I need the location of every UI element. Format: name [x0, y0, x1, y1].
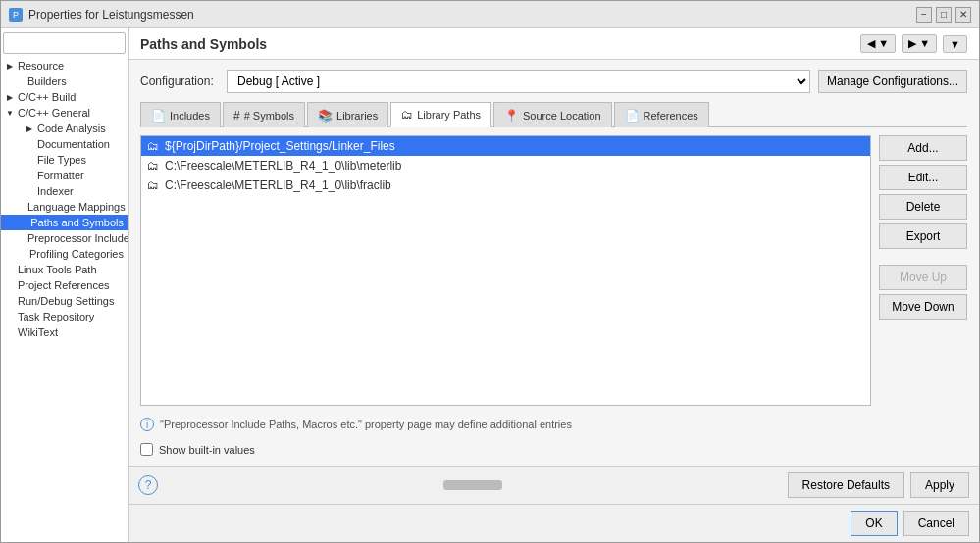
- sidebar-item-label: Profiling Categories: [29, 248, 124, 260]
- sidebar-item-label: Builders: [27, 75, 67, 87]
- includes-icon: 📄: [151, 109, 166, 123]
- panel-title: Paths and Symbols: [140, 36, 267, 52]
- tab-symbols[interactable]: # # Symbols: [223, 102, 305, 127]
- sidebar-item-label: C/C++ General: [18, 107, 90, 119]
- sidebar-item-label: Paths and Symbols: [30, 217, 124, 228]
- move-down-button[interactable]: Move Down: [879, 294, 967, 320]
- info-icon: i: [140, 418, 154, 431]
- tab-libraries[interactable]: 📚 Libraries: [307, 102, 388, 127]
- sidebar-item-paths-symbols[interactable]: Paths and Symbols: [1, 215, 128, 230]
- tab-label: Source Location: [523, 110, 601, 122]
- window-title: Properties for Leistungsmessen: [28, 8, 194, 22]
- tab-references[interactable]: 📄 References: [614, 102, 709, 127]
- title-bar-left: P Properties for Leistungsmessen: [9, 8, 194, 22]
- show-builtin-checkbox[interactable]: [140, 443, 153, 456]
- sidebar-item-indexer[interactable]: Indexer: [1, 183, 128, 199]
- library-paths-icon: 🗂: [401, 108, 413, 122]
- info-text: "Preprocessor Include Paths, Macros etc.…: [160, 419, 572, 430]
- list-item[interactable]: 🗂 ${ProjDirPath}/Project_Settings/Linker…: [141, 136, 870, 156]
- sidebar-item-task-repository[interactable]: Task Repository: [1, 309, 128, 324]
- dialog-actions: OK Cancel: [129, 504, 979, 542]
- sidebar-item-profiling-categories[interactable]: Profiling Categories: [1, 246, 128, 262]
- expand-arrow: ▶: [25, 124, 34, 133]
- sidebar-item-linux-tools-path[interactable]: Linux Tools Path: [1, 262, 128, 277]
- scroll-area: [443, 480, 502, 490]
- move-up-button[interactable]: Move Up: [879, 265, 967, 290]
- main-content: ▶ Resource Builders ▶ C/C++ Build ▼ C/C+…: [1, 28, 979, 542]
- export-button[interactable]: Export: [879, 223, 967, 249]
- tab-library-paths[interactable]: 🗂 Library Paths: [390, 102, 491, 127]
- tab-includes[interactable]: 📄 Includes: [140, 102, 221, 127]
- nav-arrows: ◀ ▼ ▶ ▼ ▼: [860, 34, 967, 53]
- help-button[interactable]: ?: [138, 475, 158, 495]
- sidebar: ▶ Resource Builders ▶ C/C++ Build ▼ C/C+…: [1, 28, 129, 542]
- tab-label: Libraries: [336, 110, 378, 122]
- file-icon: 🗂: [147, 159, 159, 173]
- file-icon: 🗂: [147, 139, 159, 153]
- tab-label: Includes: [170, 110, 210, 122]
- restore-button[interactable]: □: [936, 7, 952, 23]
- nav-menu-button[interactable]: ▼: [943, 35, 967, 53]
- list-item[interactable]: 🗂 C:\Freescale\METERLIB_R4_1_0\lib\meter…: [141, 156, 870, 175]
- checkbox-label: Show built-in values: [159, 444, 255, 456]
- scroll-indicator[interactable]: [443, 480, 502, 490]
- sidebar-item-run-debug-settings[interactable]: Run/Debug Settings: [1, 293, 128, 309]
- ok-button[interactable]: OK: [851, 511, 897, 536]
- sidebar-item-label: Run/Debug Settings: [18, 295, 114, 307]
- add-button[interactable]: Add...: [879, 135, 967, 161]
- symbols-icon: #: [233, 109, 240, 123]
- sidebar-item-label: Code Analysis: [37, 123, 106, 134]
- sidebar-item-label: Formatter: [37, 170, 84, 181]
- sidebar-item-label: File Types: [37, 154, 86, 166]
- nav-fwd-button[interactable]: ▶ ▼: [902, 34, 937, 53]
- sidebar-item-resource[interactable]: ▶ Resource: [1, 58, 128, 74]
- sidebar-item-label: Indexer: [37, 185, 74, 197]
- apply-button[interactable]: Apply: [910, 472, 969, 498]
- sidebar-item-project-references[interactable]: Project References: [1, 277, 128, 293]
- tab-label: # Symbols: [244, 110, 294, 122]
- expand-arrow: ▶: [5, 62, 15, 71]
- panel-body: Configuration: Debug [ Active ] Manage C…: [129, 60, 979, 466]
- title-bar-controls: − □ ✕: [916, 7, 971, 23]
- sidebar-item-label: Project References: [18, 279, 110, 291]
- config-select[interactable]: Debug [ Active ]: [227, 70, 810, 93]
- manage-configurations-button[interactable]: Manage Configurations...: [818, 70, 967, 93]
- restore-defaults-button[interactable]: Restore Defaults: [788, 472, 904, 498]
- list-item[interactable]: 🗂 C:\Freescale\METERLIB_R4_1_0\lib\fracl…: [141, 175, 870, 195]
- main-window: P Properties for Leistungsmessen − □ ✕ ▶…: [0, 0, 980, 543]
- tabs: 📄 Includes # # Symbols 📚 Libraries 🗂 Lib…: [140, 101, 967, 127]
- sidebar-item-label: Resource: [18, 60, 64, 72]
- bottom-bar: ? Restore Defaults Apply: [129, 466, 979, 504]
- tab-source-location[interactable]: 📍 Source Location: [493, 102, 612, 127]
- file-path: ${ProjDirPath}/Project_Settings/Linker_F…: [165, 139, 395, 153]
- title-bar: P Properties for Leistungsmessen − □ ✕: [1, 1, 979, 28]
- expand-arrow: ▶: [5, 93, 15, 102]
- delete-button[interactable]: Delete: [879, 194, 967, 220]
- file-list-container: 🗂 ${ProjDirPath}/Project_Settings/Linker…: [140, 135, 967, 406]
- sidebar-item-label: Language Mappings: [27, 201, 126, 213]
- file-icon: 🗂: [147, 178, 159, 192]
- sidebar-item-label: C/C++ Build: [18, 91, 76, 103]
- sidebar-item-formatter[interactable]: Formatter: [1, 168, 128, 183]
- sidebar-item-file-types[interactable]: File Types: [1, 152, 128, 168]
- sidebar-item-documentation[interactable]: Documentation: [1, 136, 128, 152]
- minimize-button[interactable]: −: [916, 7, 932, 23]
- sidebar-item-code-analysis[interactable]: ▶ Code Analysis: [1, 121, 128, 136]
- window-icon: P: [9, 8, 23, 22]
- libraries-icon: 📚: [318, 109, 333, 123]
- cancel-button[interactable]: Cancel: [903, 511, 969, 536]
- nav-back-button[interactable]: ◀ ▼: [860, 34, 896, 53]
- sidebar-item-language-mappings[interactable]: Language Mappings: [1, 199, 128, 215]
- edit-button[interactable]: Edit...: [879, 165, 967, 190]
- sidebar-item-label: Documentation: [37, 138, 110, 150]
- source-location-icon: 📍: [504, 109, 519, 123]
- close-button[interactable]: ✕: [955, 7, 971, 23]
- sidebar-item-c-cpp-general[interactable]: ▼ C/C++ General: [1, 105, 128, 121]
- sidebar-item-wikitext[interactable]: WikiText: [1, 324, 128, 340]
- sidebar-item-builders[interactable]: Builders: [1, 74, 128, 89]
- sidebar-item-preprocessor-include[interactable]: Preprocessor Include P...: [1, 230, 128, 246]
- sidebar-item-label: WikiText: [18, 326, 58, 338]
- checkbox-row: Show built-in values: [140, 443, 967, 456]
- sidebar-search-input[interactable]: [3, 32, 126, 54]
- sidebar-item-c-cpp-build[interactable]: ▶ C/C++ Build: [1, 89, 128, 105]
